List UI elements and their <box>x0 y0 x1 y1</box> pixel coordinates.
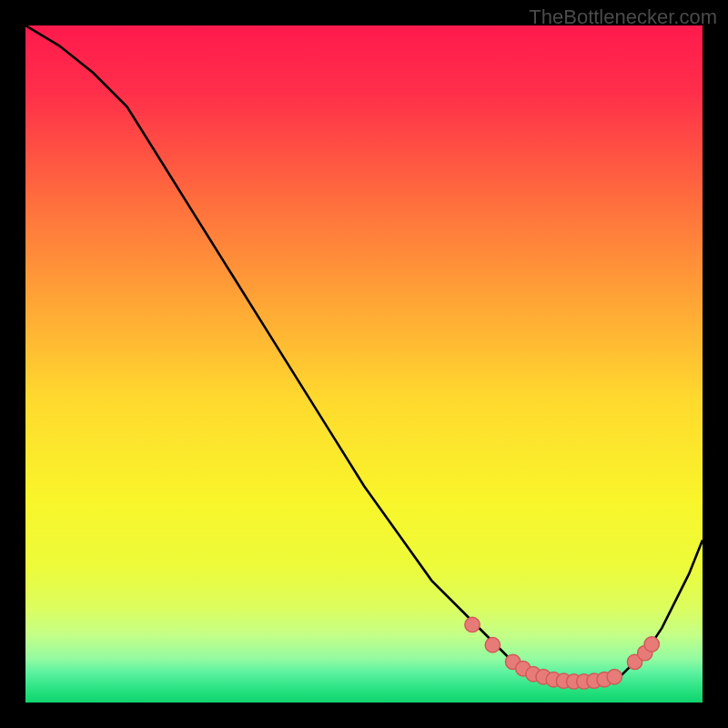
bottleneck-curve <box>25 25 703 682</box>
attribution-text: TheBottlenecker.com <box>529 5 717 29</box>
plot-area <box>25 25 703 703</box>
marker-group <box>465 617 660 689</box>
marker-dot <box>644 637 659 652</box>
marker-dot <box>465 617 480 632</box>
marker-dot <box>485 638 500 652</box>
marker-dot <box>607 670 622 684</box>
chart-overlay <box>25 25 703 703</box>
